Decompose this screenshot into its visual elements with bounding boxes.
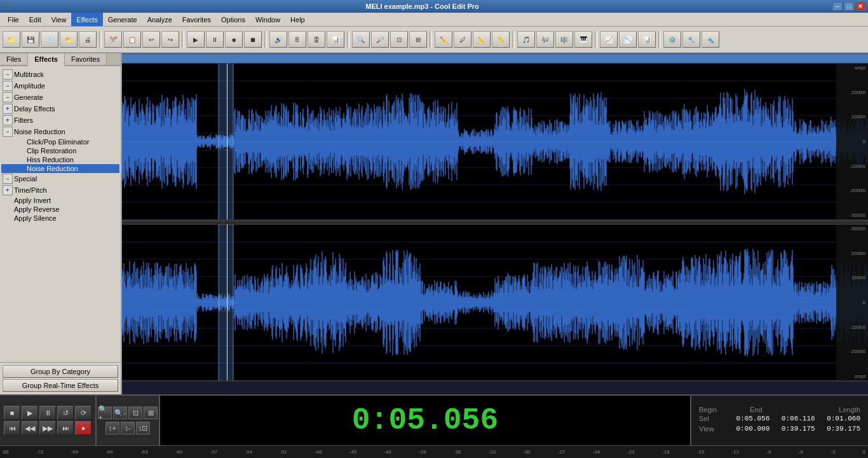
panel-tab-favorites[interactable]: Favorites	[65, 53, 107, 65]
toolbar-btn-22[interactable]: 🔎	[371, 31, 389, 48]
toolbar-btn-19[interactable]: 📊	[327, 31, 344, 48]
back-button[interactable]: ◀◀	[22, 421, 38, 435]
menu-item-edit[interactable]: Edit	[24, 13, 46, 26]
play-button[interactable]: ▶	[22, 406, 38, 420]
panel-tab-files[interactable]: Files	[0, 53, 28, 65]
waveform-area[interactable]: smpl20000100000-10000-20000-30000 -30000…	[122, 53, 868, 394]
toolbar-btn-13[interactable]: ■	[225, 31, 243, 48]
toolbar-btn-37[interactable]: 📉	[619, 31, 637, 48]
group-by-category-button[interactable]: Group By Category	[3, 365, 118, 378]
toolbar-btn-34[interactable]: 🎹	[574, 31, 592, 48]
menu-item-analyze[interactable]: Analyze	[142, 13, 177, 26]
toolbar-btn-26[interactable]: ✏️	[435, 31, 452, 48]
menu-item-help[interactable]: Help	[285, 13, 310, 26]
toolbar-btn-31[interactable]: 🎵	[517, 31, 535, 48]
toolbar-btn-3[interactable]: 📂	[60, 31, 78, 48]
maximize-button[interactable]: □	[844, 2, 854, 11]
toolbar-btn-42[interactable]: 🔩	[702, 31, 719, 48]
toolbar-btn-33[interactable]: 🎼	[555, 31, 573, 48]
menu-item-generate[interactable]: Generate	[103, 13, 142, 26]
toolbar-btn-29[interactable]: 📏	[492, 31, 510, 48]
tree-item-click-pop[interactable]: Click/Pop Eliminator	[1, 137, 119, 146]
tree-item-special[interactable]: −Special	[1, 173, 119, 184]
toolbar-btn-28[interactable]: 📐	[473, 31, 491, 48]
panel-tab-effects[interactable]: Effects	[28, 53, 65, 66]
tree-item-noise-reduction-sub[interactable]: Noise Reduction	[1, 164, 119, 173]
stop-button[interactable]: ■	[4, 406, 20, 420]
zoom-in-v-button[interactable]: ↕+	[105, 422, 119, 434]
toolbar-btn-41[interactable]: 🔧	[682, 31, 700, 48]
menu-item-effects[interactable]: Effects	[71, 13, 102, 26]
menu-item-file[interactable]: File	[3, 13, 24, 26]
toolbar-btn-11[interactable]: ▶	[187, 31, 205, 48]
toolbar-btn-40[interactable]: ⚙️	[663, 31, 681, 48]
waveform-channel-1[interactable]: smpl20000100000-10000-20000-30000	[122, 64, 868, 221]
zoom-in-h-button[interactable]: 🔍+	[98, 406, 112, 419]
col-end-label: End	[721, 406, 791, 413]
end-button[interactable]: ⏭	[57, 421, 74, 435]
tree-expander-noise-reduction[interactable]: −	[3, 127, 13, 137]
toolbar-btn-24[interactable]: ⊞	[409, 31, 427, 48]
toolbar-btn-12[interactable]: ⏸	[206, 31, 224, 48]
toolbar-btn-14[interactable]: ⏹	[244, 31, 262, 48]
tree-item-delay-effects[interactable]: +Delay Effects	[1, 103, 119, 114]
toolbar-btn-0[interactable]: 📁	[3, 31, 20, 48]
loop-button[interactable]: ↺	[57, 406, 74, 420]
close-button[interactable]: ✕	[855, 2, 865, 11]
tree-expander-delay-effects[interactable]: +	[3, 104, 13, 114]
toolbar-btn-21[interactable]: 🔍	[352, 31, 370, 48]
toolbar-btn-4[interactable]: 🖨	[79, 31, 97, 48]
tree-item-apply-silence[interactable]: Apply Silence	[1, 214, 119, 223]
tree-expander-amplitude[interactable]: −	[3, 81, 13, 91]
zoom-full-button[interactable]: ⊞	[144, 406, 158, 419]
tree-item-apply-reverse[interactable]: Apply Reverse	[1, 205, 119, 214]
waveform-channel-2[interactable]: -3000020000100000-10000-20000smpl	[122, 225, 868, 382]
toolbar-btn-2[interactable]: 💿	[41, 31, 58, 48]
menu-item-options[interactable]: Options	[216, 13, 250, 26]
horizontal-scrollbar[interactable]	[122, 53, 868, 64]
toolbar-btn-38[interactable]: 📊	[638, 31, 656, 48]
toolbar-btn-6[interactable]: ✂️	[104, 31, 122, 48]
toolbar-btn-36[interactable]: 📈	[600, 31, 618, 48]
menu-item-window[interactable]: Window	[250, 13, 285, 26]
zoom-sel-button[interactable]: ⊡	[128, 406, 142, 419]
forward-button[interactable]: ▶▶	[39, 421, 56, 435]
zoom-out-h-button[interactable]: 🔍-	[113, 406, 127, 419]
repeat-button[interactable]: ⟳	[75, 406, 92, 420]
toolbar-btn-17[interactable]: 🎚	[288, 31, 306, 48]
toolbar-btn-9[interactable]: ↪	[161, 31, 179, 48]
menu-item-favorites[interactable]: Favorites	[177, 13, 216, 26]
tree-expander-filters[interactable]: +	[3, 115, 13, 125]
tree-item-generate[interactable]: −Generate	[1, 92, 119, 103]
group-realtime-button[interactable]: Group Real-Time Effects	[3, 379, 118, 392]
zoom-v-sel-button[interactable]: ↕⊡	[136, 422, 150, 434]
toolbar-btn-1[interactable]: 💾	[22, 31, 39, 48]
tree-expander-time-pitch[interactable]: +	[3, 185, 13, 195]
tree-item-apply-invert[interactable]: Apply Invert	[1, 196, 119, 205]
toolbar-btn-16[interactable]: 🔊	[269, 31, 287, 48]
toolbar-btn-8[interactable]: ↩	[142, 31, 160, 48]
tree-expander-special[interactable]: −	[3, 174, 13, 184]
menu-item-view[interactable]: View	[46, 13, 72, 26]
minimize-button[interactable]: ─	[832, 2, 843, 11]
scrollbar-thumb[interactable]	[122, 54, 868, 63]
toolbar-btn-18[interactable]: 🎛	[308, 31, 325, 48]
tree-expander-multitrack[interactable]: −	[3, 69, 13, 80]
tree-item-noise-reduction[interactable]: −Noise Reduction	[1, 126, 119, 137]
tree-item-filters[interactable]: +Filters	[1, 114, 119, 126]
zoom-out-v-button[interactable]: ↕-	[121, 422, 135, 434]
tree-expander-generate[interactable]: −	[3, 92, 13, 102]
toolbar-btn-32[interactable]: 🎶	[536, 31, 554, 48]
rewind-button[interactable]: ⏮	[4, 421, 20, 435]
tree-item-multitrack[interactable]: −Multitrack	[1, 69, 119, 80]
toolbar-btn-27[interactable]: 🖊	[454, 31, 471, 48]
tree-item-amplitude[interactable]: −Amplitude	[1, 80, 119, 92]
tree-item-time-pitch[interactable]: +Time/Pitch	[1, 184, 119, 196]
toolbar-btn-7[interactable]: 📋	[123, 31, 141, 48]
tree-item-hiss-reduction[interactable]: Hiss Reduction	[1, 155, 119, 164]
effects-tree[interactable]: −Multitrack−Amplitude−Generate+Delay Eff…	[0, 66, 121, 362]
pause-button[interactable]: ⏸	[39, 406, 56, 420]
record-button[interactable]: ●	[75, 421, 92, 435]
toolbar-btn-23[interactable]: ⊡	[390, 31, 408, 48]
tree-item-clip-restoration[interactable]: Clip Restoration	[1, 146, 119, 155]
